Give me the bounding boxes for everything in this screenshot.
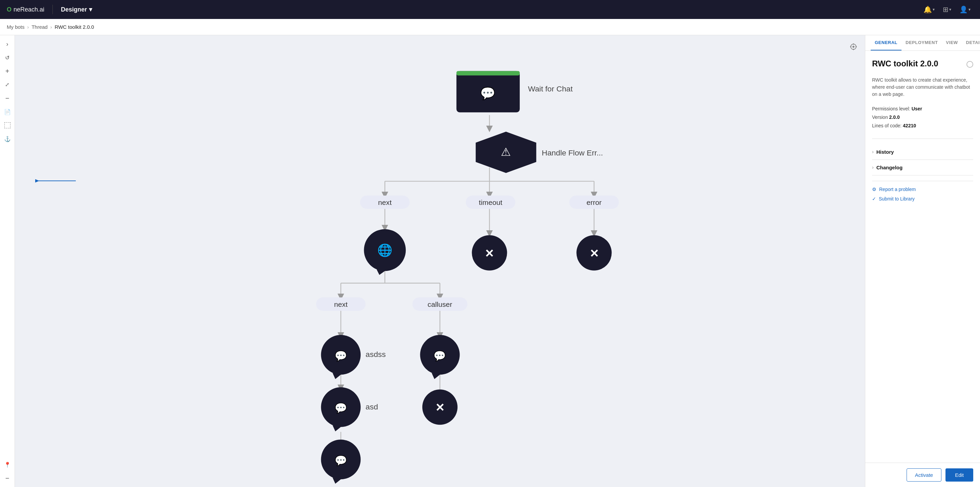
refresh-icon: ↺	[5, 54, 10, 61]
tab-details[interactable]: DETAILS	[962, 35, 980, 51]
chat-asd-label: asd	[366, 402, 378, 411]
wait-chat-label: Wait for Chat	[528, 84, 573, 93]
template-button[interactable]	[2, 119, 14, 131]
status-circle	[966, 61, 973, 68]
logo: OneReach.ai	[7, 6, 45, 13]
svg-text:⚠: ⚠	[501, 146, 511, 158]
history-section[interactable]: › History	[872, 144, 973, 160]
user-button[interactable]: 👤 ▾	[957, 3, 973, 16]
location-button[interactable]: 📍	[2, 458, 14, 471]
branch-next-label: next	[378, 198, 391, 206]
panel-divider-2	[872, 181, 973, 181]
report-problem-link[interactable]: ⚙ Report a problem	[872, 187, 973, 192]
collapse-button[interactable]: ›	[2, 38, 14, 50]
hierarchy-button[interactable]: ⚓	[2, 133, 14, 145]
bell-icon: 🔔	[923, 5, 932, 14]
handle-flow-node: ⚠	[476, 132, 536, 173]
loc-label: Lines of code:	[872, 123, 902, 128]
dropdown-arrow-icon: ▾	[89, 6, 92, 13]
tab-deployment[interactable]: DEPLOYMENT	[902, 35, 942, 51]
version-value: 2.0.0	[889, 115, 900, 120]
panel-tabs: GENERAL DEPLOYMENT VIEW DETAILS	[865, 35, 980, 51]
submit-icon: ✓	[872, 196, 876, 201]
sub-calluser-label: calluser	[428, 300, 452, 308]
designer-label: Designer	[61, 6, 87, 13]
handle-flow-label: Handle Flow Err...	[542, 148, 603, 157]
panel-content: RWC toolkit 2.0.0 RWC toolkit allows to …	[865, 51, 980, 463]
document-button[interactable]: 📄	[2, 106, 14, 118]
breadcrumb-mybots[interactable]: My bots	[7, 24, 25, 30]
logo-text: neReach.ai	[14, 6, 45, 13]
designer-dropdown[interactable]: Designer ▾	[61, 6, 92, 13]
branch-timeout-label: timeout	[479, 198, 502, 206]
svg-rect-27	[457, 71, 520, 75]
grid-icon: ⊞	[943, 5, 948, 14]
bell-dropdown-icon: ▾	[932, 7, 935, 12]
breadcrumb-sep-1: ›	[27, 24, 29, 30]
chevron-right-changelog-icon: ›	[872, 164, 874, 170]
submit-label: Submit to Library	[879, 196, 915, 201]
fullscreen-icon: ⤢	[5, 81, 10, 88]
document-icon: 📄	[4, 109, 11, 115]
report-label: Report a problem	[879, 187, 916, 192]
canvas[interactable]: 💬 Wait for Chat ⚠ Handle Flow Err... nex…	[15, 35, 865, 487]
bottom-minus-icon: −	[5, 474, 10, 482]
chat-asdss-label: asdss	[366, 350, 385, 359]
hierarchy-icon: ⚓	[4, 136, 11, 142]
left-sidebar: › ↺ + ⤢ − 📄 ⚓ 📍 −	[0, 35, 15, 487]
zoom-out-button[interactable]: −	[2, 92, 14, 104]
refresh-button[interactable]: ↺	[2, 51, 14, 64]
chat-asdss-icon: 💬	[335, 350, 347, 362]
panel-meta: Permissions level: User Version 2.0.0 Li…	[872, 105, 973, 130]
chat-asd-icon: 💬	[335, 402, 347, 414]
loc-value: 42210	[903, 123, 916, 128]
user-dropdown-icon: ▾	[969, 7, 970, 12]
close-sub-icon: ✕	[435, 402, 445, 414]
tab-view[interactable]: VIEW	[942, 35, 962, 51]
header-actions: 🔔 ▾ ⊞ ▾ 👤 ▾	[921, 3, 973, 16]
chat-bottom-icon: 💬	[335, 455, 347, 467]
template-icon	[5, 122, 11, 128]
apps-button[interactable]: ⊞ ▾	[940, 3, 954, 16]
location-icon: 📍	[4, 461, 11, 468]
panel-footer: Activate Edit	[865, 463, 980, 487]
panel-description: RWC toolkit allows to create chat experi…	[872, 77, 973, 98]
flow-diagram: 💬 Wait for Chat ⚠ Handle Flow Err... nex…	[15, 35, 865, 487]
zoom-out-icon: −	[5, 94, 10, 102]
breadcrumb-thread[interactable]: Thread	[32, 24, 48, 30]
apps-dropdown-icon: ▾	[949, 7, 951, 12]
chevron-right-history-icon: ›	[872, 149, 874, 155]
changelog-label: Changelog	[877, 164, 903, 170]
globe-icon: 🌐	[377, 243, 393, 257]
header: OneReach.ai Designer ▾ 🔔 ▾ ⊞ ▾ 👤 ▾	[0, 0, 980, 19]
notifications-button[interactable]: 🔔 ▾	[921, 3, 937, 16]
permissions-value: User	[912, 106, 922, 112]
fullscreen-button[interactable]: ⤢	[2, 78, 14, 91]
add-button[interactable]: +	[2, 65, 14, 77]
bottom-minus-button[interactable]: −	[2, 472, 14, 484]
report-icon: ⚙	[872, 187, 877, 192]
history-label: History	[877, 149, 894, 155]
version-label: Version	[872, 115, 888, 120]
svg-text:💬: 💬	[480, 86, 495, 101]
panel-resizer[interactable]	[864, 35, 867, 487]
chat-calluser-icon: 💬	[434, 350, 446, 362]
sub-next-label: next	[334, 300, 348, 308]
breadcrumb-sep-2: ›	[51, 24, 52, 30]
logo-o: O	[7, 6, 11, 13]
permissions-label: Permissions level:	[872, 106, 910, 112]
close-error-icon: ✕	[590, 247, 599, 260]
panel-title: RWC toolkit 2.0.0	[872, 59, 939, 69]
user-avatar-icon: 👤	[959, 5, 968, 14]
activate-button[interactable]: Activate	[907, 468, 942, 482]
add-icon: +	[5, 67, 10, 75]
changelog-section[interactable]: › Changelog	[872, 160, 973, 176]
right-panel: GENERAL DEPLOYMENT VIEW DETAILS RWC tool…	[865, 35, 980, 487]
breadcrumb-current: RWC toolkit 2.0.0	[54, 24, 94, 30]
edit-button[interactable]: Edit	[945, 468, 973, 482]
panel-divider-1	[872, 139, 973, 139]
tab-general[interactable]: GENERAL	[871, 35, 902, 51]
breadcrumb: My bots › Thread › RWC toolkit 2.0.0	[0, 19, 980, 35]
submit-library-link[interactable]: ✓ Submit to Library	[872, 196, 973, 201]
close-timeout-icon: ✕	[485, 247, 494, 260]
